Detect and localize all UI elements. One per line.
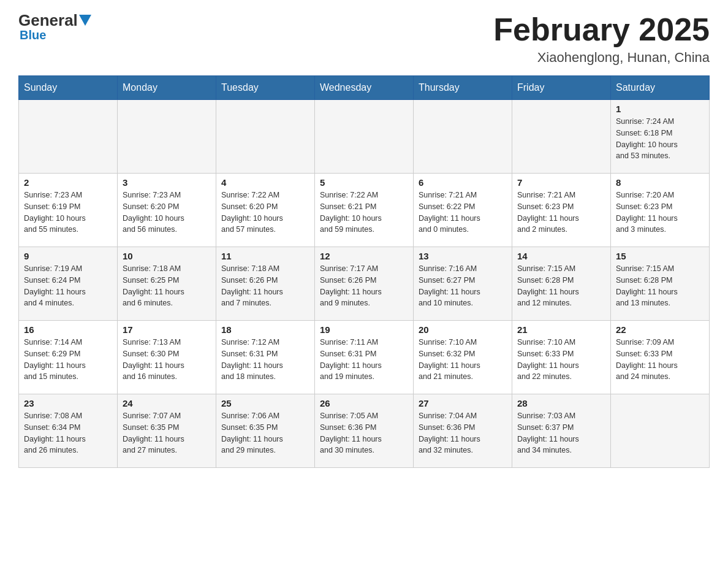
calendar-header-row: Sunday Monday Tuesday Wednesday Thursday… bbox=[19, 76, 710, 100]
day-info: Sunrise: 7:19 AMSunset: 6:24 PMDaylight:… bbox=[24, 263, 112, 309]
calendar-cell: 2Sunrise: 7:23 AMSunset: 6:19 PMDaylight… bbox=[19, 174, 118, 247]
calendar-cell: 23Sunrise: 7:08 AMSunset: 6:34 PMDayligh… bbox=[19, 394, 118, 468]
day-number: 11 bbox=[221, 251, 309, 261]
calendar-cell: 12Sunrise: 7:17 AMSunset: 6:26 PMDayligh… bbox=[315, 247, 414, 321]
calendar-cell bbox=[315, 100, 414, 174]
calendar-cell: 7Sunrise: 7:21 AMSunset: 6:23 PMDaylight… bbox=[512, 174, 611, 247]
calendar-cell: 16Sunrise: 7:14 AMSunset: 6:29 PMDayligh… bbox=[19, 321, 118, 394]
day-number: 16 bbox=[24, 324, 112, 335]
calendar-cell bbox=[414, 100, 512, 174]
col-saturday: Saturday bbox=[611, 76, 710, 100]
day-info: Sunrise: 7:03 AMSunset: 6:37 PMDaylight:… bbox=[517, 410, 605, 456]
calendar-cell bbox=[19, 100, 118, 174]
calendar-cell: 18Sunrise: 7:12 AMSunset: 6:31 PMDayligh… bbox=[216, 321, 315, 394]
day-info: Sunrise: 7:18 AMSunset: 6:26 PMDaylight:… bbox=[221, 263, 309, 309]
calendar-cell: 3Sunrise: 7:23 AMSunset: 6:20 PMDaylight… bbox=[118, 174, 216, 247]
col-friday: Friday bbox=[512, 76, 611, 100]
day-info: Sunrise: 7:22 AMSunset: 6:20 PMDaylight:… bbox=[221, 190, 309, 236]
day-info: Sunrise: 7:16 AMSunset: 6:27 PMDaylight:… bbox=[419, 263, 507, 309]
calendar-cell: 4Sunrise: 7:22 AMSunset: 6:20 PMDaylight… bbox=[216, 174, 315, 247]
calendar-cell: 25Sunrise: 7:06 AMSunset: 6:35 PMDayligh… bbox=[216, 394, 315, 468]
logo-triangle-icon bbox=[79, 15, 91, 26]
calendar-week-row: 16Sunrise: 7:14 AMSunset: 6:29 PMDayligh… bbox=[19, 321, 710, 394]
col-thursday: Thursday bbox=[414, 76, 512, 100]
day-number: 25 bbox=[221, 398, 309, 408]
logo: General Blue bbox=[18, 12, 91, 42]
day-number: 8 bbox=[616, 177, 704, 188]
day-number: 27 bbox=[419, 398, 507, 408]
day-info: Sunrise: 7:06 AMSunset: 6:35 PMDaylight:… bbox=[221, 410, 309, 456]
calendar-subtitle: Xiaohenglong, Hunan, China bbox=[493, 50, 710, 66]
calendar-cell: 17Sunrise: 7:13 AMSunset: 6:30 PMDayligh… bbox=[118, 321, 216, 394]
calendar-cell bbox=[216, 100, 315, 174]
day-number: 20 bbox=[419, 324, 507, 335]
day-number: 6 bbox=[419, 177, 507, 188]
day-number: 26 bbox=[320, 398, 408, 408]
calendar-cell: 27Sunrise: 7:04 AMSunset: 6:36 PMDayligh… bbox=[414, 394, 512, 468]
day-info: Sunrise: 7:10 AMSunset: 6:33 PMDaylight:… bbox=[517, 337, 605, 383]
col-wednesday: Wednesday bbox=[315, 76, 414, 100]
day-info: Sunrise: 7:21 AMSunset: 6:22 PMDaylight:… bbox=[419, 190, 507, 236]
calendar-cell bbox=[512, 100, 611, 174]
day-number: 12 bbox=[320, 251, 408, 261]
day-number: 7 bbox=[517, 177, 605, 188]
day-info: Sunrise: 7:14 AMSunset: 6:29 PMDaylight:… bbox=[24, 337, 112, 383]
calendar-table: Sunday Monday Tuesday Wednesday Thursday… bbox=[18, 75, 710, 468]
calendar-cell: 26Sunrise: 7:05 AMSunset: 6:36 PMDayligh… bbox=[315, 394, 414, 468]
calendar-cell: 9Sunrise: 7:19 AMSunset: 6:24 PMDaylight… bbox=[19, 247, 118, 321]
calendar-cell: 13Sunrise: 7:16 AMSunset: 6:27 PMDayligh… bbox=[414, 247, 512, 321]
calendar-cell: 6Sunrise: 7:21 AMSunset: 6:22 PMDaylight… bbox=[414, 174, 512, 247]
title-block: February 2025 Xiaohenglong, Hunan, China bbox=[493, 12, 710, 66]
col-sunday: Sunday bbox=[19, 76, 118, 100]
day-info: Sunrise: 7:11 AMSunset: 6:31 PMDaylight:… bbox=[320, 337, 408, 383]
day-info: Sunrise: 7:09 AMSunset: 6:33 PMDaylight:… bbox=[616, 337, 704, 383]
day-number: 1 bbox=[616, 104, 704, 114]
calendar-cell: 8Sunrise: 7:20 AMSunset: 6:23 PMDaylight… bbox=[611, 174, 710, 247]
day-number: 17 bbox=[123, 324, 211, 335]
calendar-week-row: 9Sunrise: 7:19 AMSunset: 6:24 PMDaylight… bbox=[19, 247, 710, 321]
day-number: 24 bbox=[123, 398, 211, 408]
day-info: Sunrise: 7:17 AMSunset: 6:26 PMDaylight:… bbox=[320, 263, 408, 309]
calendar-cell: 28Sunrise: 7:03 AMSunset: 6:37 PMDayligh… bbox=[512, 394, 611, 468]
calendar-cell: 15Sunrise: 7:15 AMSunset: 6:28 PMDayligh… bbox=[611, 247, 710, 321]
calendar-week-row: 23Sunrise: 7:08 AMSunset: 6:34 PMDayligh… bbox=[19, 394, 710, 468]
calendar-cell: 21Sunrise: 7:10 AMSunset: 6:33 PMDayligh… bbox=[512, 321, 611, 394]
day-number: 22 bbox=[616, 324, 704, 335]
calendar-cell: 5Sunrise: 7:22 AMSunset: 6:21 PMDaylight… bbox=[315, 174, 414, 247]
day-info: Sunrise: 7:23 AMSunset: 6:20 PMDaylight:… bbox=[123, 190, 211, 236]
day-info: Sunrise: 7:08 AMSunset: 6:34 PMDaylight:… bbox=[24, 410, 112, 456]
day-number: 4 bbox=[221, 177, 309, 188]
day-info: Sunrise: 7:18 AMSunset: 6:25 PMDaylight:… bbox=[123, 263, 211, 309]
day-info: Sunrise: 7:04 AMSunset: 6:36 PMDaylight:… bbox=[419, 410, 507, 456]
logo-general-text: General bbox=[18, 12, 78, 28]
day-info: Sunrise: 7:15 AMSunset: 6:28 PMDaylight:… bbox=[616, 263, 704, 309]
calendar-week-row: 2Sunrise: 7:23 AMSunset: 6:19 PMDaylight… bbox=[19, 174, 710, 247]
day-info: Sunrise: 7:24 AMSunset: 6:18 PMDaylight:… bbox=[616, 116, 704, 162]
col-monday: Monday bbox=[118, 76, 216, 100]
day-info: Sunrise: 7:15 AMSunset: 6:28 PMDaylight:… bbox=[517, 263, 605, 309]
day-info: Sunrise: 7:05 AMSunset: 6:36 PMDaylight:… bbox=[320, 410, 408, 456]
day-number: 15 bbox=[616, 251, 704, 261]
day-number: 21 bbox=[517, 324, 605, 335]
calendar-cell: 20Sunrise: 7:10 AMSunset: 6:32 PMDayligh… bbox=[414, 321, 512, 394]
day-number: 19 bbox=[320, 324, 408, 335]
day-number: 9 bbox=[24, 251, 112, 261]
day-number: 23 bbox=[24, 398, 112, 408]
page-header: General Blue February 2025 Xiaohenglong,… bbox=[18, 12, 710, 66]
day-info: Sunrise: 7:07 AMSunset: 6:35 PMDaylight:… bbox=[123, 410, 211, 456]
day-number: 3 bbox=[123, 177, 211, 188]
day-number: 5 bbox=[320, 177, 408, 188]
day-number: 28 bbox=[517, 398, 605, 408]
calendar-title: February 2025 bbox=[493, 12, 710, 47]
day-number: 13 bbox=[419, 251, 507, 261]
day-number: 2 bbox=[24, 177, 112, 188]
calendar-cell: 14Sunrise: 7:15 AMSunset: 6:28 PMDayligh… bbox=[512, 247, 611, 321]
day-info: Sunrise: 7:10 AMSunset: 6:32 PMDaylight:… bbox=[419, 337, 507, 383]
calendar-cell: 22Sunrise: 7:09 AMSunset: 6:33 PMDayligh… bbox=[611, 321, 710, 394]
logo-blue-text: Blue bbox=[20, 28, 46, 42]
calendar-cell: 11Sunrise: 7:18 AMSunset: 6:26 PMDayligh… bbox=[216, 247, 315, 321]
day-number: 18 bbox=[221, 324, 309, 335]
calendar-week-row: 1Sunrise: 7:24 AMSunset: 6:18 PMDaylight… bbox=[19, 100, 710, 174]
day-number: 10 bbox=[123, 251, 211, 261]
day-number: 14 bbox=[517, 251, 605, 261]
